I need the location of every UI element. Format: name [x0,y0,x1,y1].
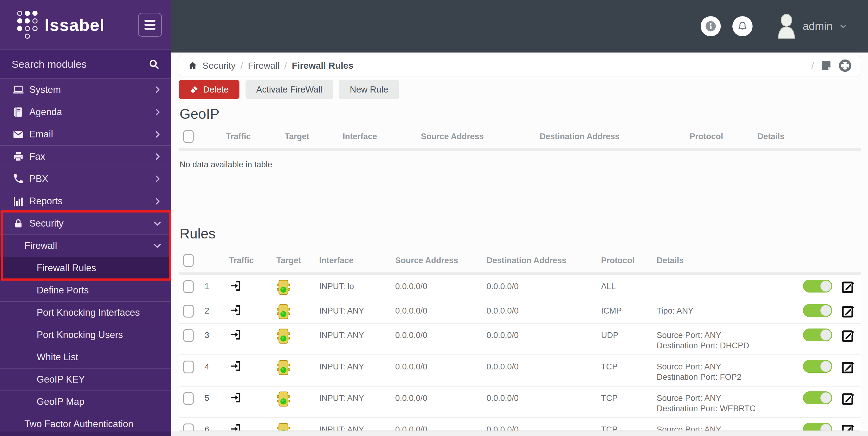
rule-protocol: TCP [601,392,657,403]
delete-button-label: Delete [203,85,229,95]
user-menu[interactable]: admin [776,13,848,40]
username-label: admin [803,20,833,33]
sidebar-item-firewall-rules[interactable]: Firewall Rules [0,257,171,279]
sidebar-item-agenda[interactable]: Agenda [0,101,171,123]
row-checkbox[interactable] [183,392,194,405]
sidebar-item-reports[interactable]: Reports [0,190,171,212]
rule-enabled-toggle[interactable] [803,329,832,341]
edit-rule-button[interactable] [840,392,855,406]
main-area: admin Security / Firewall / Firewall Rul… [171,0,868,436]
sidebar-item-label: Security [29,218,64,229]
sidebar-item-define-ports[interactable]: Define Ports [0,279,171,301]
rule-row: 4INPUT: ANY0.0.0.0/00.0.0.0/0TCPSource P… [179,354,861,386]
rule-enabled-toggle[interactable] [803,304,832,317]
rule-source-address: 0.0.0.0/0 [395,360,487,372]
info-button[interactable] [701,16,721,36]
column-header: Source Address [395,253,487,265]
bell-icon [737,21,748,32]
activate-firewall-label: Activate FireWall [256,85,322,95]
sidebar-item-security[interactable]: Security [0,212,171,235]
row-checkbox[interactable] [183,280,194,293]
sidebar-item-label: GeoIP KEY [37,374,85,385]
issabel-logo-icon [17,11,38,39]
chevron-right-icon [153,174,162,184]
traffic-light-icon [276,329,319,344]
sidebar-item-label: Firewall [25,240,57,251]
new-rule-button[interactable]: New Rule [339,80,399,99]
delete-button[interactable]: Delete [179,80,240,99]
rule-destination-address: 0.0.0.0/0 [487,280,601,291]
rule-protocol: ICMP [601,304,657,316]
row-checkbox[interactable] [183,329,194,342]
rule-details-line: Tipo: ANY [657,306,801,316]
column-header: Traffic [226,129,285,142]
rule-row: 3INPUT: ANY0.0.0.0/00.0.0.0/0UDPSource P… [179,323,861,354]
traffic-light-icon [276,360,319,375]
menu-toggle-button[interactable] [138,13,162,37]
rule-number: 2 [205,304,229,316]
rule-interface: INPUT: ANY [319,304,395,316]
info-icon [705,20,717,32]
sign-in-icon [229,360,242,373]
row-checkbox[interactable] [183,361,194,373]
sidebar-next-item-partial [0,431,171,436]
help-lifering-icon[interactable] [838,59,852,72]
new-rule-label: New Rule [350,85,388,95]
envelope-icon [11,128,25,141]
sidebar-item-label: Email [29,129,53,140]
notes-icon[interactable] [820,60,832,72]
rule-interface: INPUT: ANY [319,360,395,372]
breadcrumb-separator: / [240,60,243,71]
rule-number: 3 [205,329,229,340]
issabel-logo: Issabel [17,11,138,39]
rule-enabled-toggle[interactable] [803,392,832,404]
rule-details: Tipo: ANY [657,304,801,316]
sidebar-item-geoip-key[interactable]: GeoIP KEY [0,368,171,391]
sign-in-icon [229,279,242,292]
edit-rule-button[interactable] [840,304,855,319]
content: Security / Firewall / Firewall Rules / [171,53,868,436]
sidebar-item-label: Define Ports [37,285,89,296]
sidebar-item-label: White List [37,352,78,363]
row-checkbox[interactable] [183,305,194,317]
edit-rule-button[interactable] [840,280,855,294]
sidebar-item-label: Two Factor Authentication [25,418,133,430]
sidebar-item-system[interactable]: System [0,79,171,101]
sidebar-item-port-knocking-users[interactable]: Port Knocking Users [0,324,171,346]
search-modules[interactable]: Search modules [0,50,171,79]
chevron-right-icon [153,196,162,206]
geoip-section-title: GeoIP [180,106,219,122]
search-input[interactable]: Search modules [11,58,148,70]
rule-details-line: Destination Port: FOP2 [657,372,801,382]
sidebar-item-fax[interactable]: Fax [0,145,171,167]
edit-rule-button[interactable] [840,329,855,343]
rule-destination-address: 0.0.0.0/0 [487,360,601,372]
sidebar-item-port-knocking-interfaces[interactable]: Port Knocking Interfaces [0,301,171,324]
activate-firewall-button[interactable]: Activate FireWall [246,80,333,99]
rules-select-all-checkbox[interactable] [183,254,194,267]
sidebar-item-label: System [29,84,61,95]
search-icon [148,58,160,70]
rules-section-title: Rules [180,225,216,242]
breadcrumb-firewall[interactable]: Firewall [248,60,279,71]
notifications-button[interactable] [733,16,752,36]
home-icon[interactable] [188,61,197,70]
column-header: Details [757,129,857,142]
breadcrumb-security[interactable]: Security [203,60,236,71]
rule-details-line: Destination Port: WEBRTC [657,403,801,414]
column-header: Protocol [690,129,757,142]
printer-icon [11,151,25,163]
sidebar-item-white-list[interactable]: White List [0,346,171,368]
rule-details-line: Source Port: ANY [657,393,801,403]
sidebar-item-geoip-map[interactable]: GeoIP Map [0,391,171,413]
geoip-select-all-checkbox[interactable] [183,130,194,143]
chevron-down-icon [839,22,848,31]
sidebar-item-firewall[interactable]: Firewall [0,235,171,257]
sidebar-item-pbx[interactable]: PBX [0,167,171,190]
rule-enabled-toggle[interactable] [803,280,832,292]
app-title: Issabel [44,15,105,35]
rule-enabled-toggle[interactable] [803,360,832,373]
rule-destination-address: 0.0.0.0/0 [487,329,601,340]
edit-rule-button[interactable] [840,360,855,375]
sidebar-item-email[interactable]: Email [0,123,171,145]
